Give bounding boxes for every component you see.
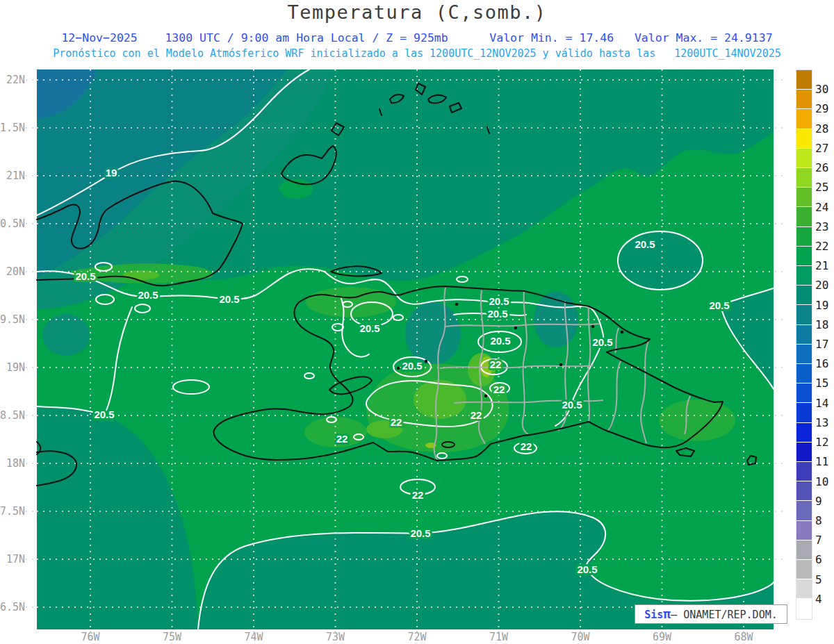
colorbar-tick-24: 24 xyxy=(815,201,834,214)
contour-label-20.5: 20.5 xyxy=(709,299,729,311)
colorbar-tick-10: 10 xyxy=(815,475,834,488)
contour-label-20.5: 20.5 xyxy=(490,335,510,347)
lat-label-18N: 18N xyxy=(0,457,25,470)
colorbar-block xyxy=(796,364,812,383)
contour-label-22: 22 xyxy=(493,383,505,395)
colorbar-block xyxy=(796,227,812,247)
lon-label-76W: 76W xyxy=(75,631,106,643)
colorbar-block xyxy=(796,579,812,599)
weather-map-page: Temperatura (C,somb.) 12−Nov−2025 1300 U… xyxy=(0,0,834,644)
contour-label-20.5: 20.5 xyxy=(219,293,239,305)
temperature-map: 1920.520.520.520.520.520.520.520.520.520… xyxy=(37,69,774,629)
colorbar-tick-14: 14 xyxy=(815,397,834,410)
colorbar-tick-19: 19 xyxy=(815,299,834,312)
colorbar-block xyxy=(796,521,812,540)
contour-label-20.5: 20.5 xyxy=(94,408,114,420)
colorbar-tick-20: 20 xyxy=(815,279,834,292)
contour-label-20.5: 20.5 xyxy=(410,527,430,539)
contour-label-20.5: 20.5 xyxy=(577,563,597,575)
colorbar-block xyxy=(796,481,812,501)
colorbar-tick-25: 25 xyxy=(815,181,834,194)
colorbar-block xyxy=(796,207,812,226)
colorbar-tick-6: 6 xyxy=(815,553,834,566)
fill-22-23-east xyxy=(659,399,735,441)
contour-label-20.5: 20.5 xyxy=(489,295,509,307)
colorbar-block xyxy=(796,345,812,364)
colorbar-block xyxy=(796,560,812,579)
colorbar-tick-26: 26 xyxy=(815,161,834,174)
lon-label-73W: 73W xyxy=(320,631,351,643)
pi-symbol: π xyxy=(663,606,671,621)
lat-label-7.5N: 7.5N xyxy=(0,505,25,518)
contour-label-20.5: 20.5 xyxy=(562,399,582,411)
colorbar-tick-16: 16 xyxy=(815,357,834,370)
colorbar-tick-8: 8 xyxy=(815,514,834,527)
colorbar-block xyxy=(796,305,812,324)
contour-label-19: 19 xyxy=(106,167,117,179)
colorbar-tick-21: 21 xyxy=(815,259,834,272)
colorbar-tick-13: 13 xyxy=(815,416,834,429)
fill-23-24-a xyxy=(414,380,466,419)
contour-label-20.5: 20.5 xyxy=(487,308,507,320)
colorbar-tick-23: 23 xyxy=(815,220,834,233)
colorbar-tick-15: 15 xyxy=(815,377,834,390)
contour-label-22: 22 xyxy=(336,433,348,445)
lon-label-71W: 71W xyxy=(484,631,514,643)
contour-label-22: 22 xyxy=(490,358,502,370)
colorbar-block xyxy=(796,286,812,305)
contour-label-20.5: 20.5 xyxy=(75,270,95,282)
lat-label-20N: 20N xyxy=(0,265,25,278)
page-title: Temperatura (C,somb.) xyxy=(0,1,834,23)
lon-label-68W: 68W xyxy=(728,631,759,643)
contour-label-22: 22 xyxy=(471,409,482,421)
lon-label-75W: 75W xyxy=(157,631,188,643)
lon-label-74W: 74W xyxy=(238,631,269,643)
colorbar-block xyxy=(796,70,812,90)
attribution-text: – ONAMET/REP.DOM. xyxy=(671,609,778,621)
colorbar-tick-27: 27 xyxy=(815,142,834,155)
fill-23-24-cuba xyxy=(123,270,159,280)
colorbar-tick-9: 9 xyxy=(815,495,834,508)
contour-label-20.5: 20.5 xyxy=(402,360,422,372)
model-info-line: Pronóstico con el Modelo Atmósferico WRF… xyxy=(0,47,834,60)
contour-label-20.5: 20.5 xyxy=(359,322,379,334)
colorbar-tick-11: 11 xyxy=(815,455,834,468)
lat-label-21N: 21N xyxy=(0,170,25,182)
fill-teal-patch-central xyxy=(405,302,461,365)
colorbar-block xyxy=(796,109,812,129)
colorbar-tick-29: 29 xyxy=(815,102,834,115)
colorbar-tick-12: 12 xyxy=(815,436,834,449)
colorbar-tick-30: 30 xyxy=(815,83,834,96)
lat-label-19N: 19N xyxy=(0,361,25,374)
colorbar-block xyxy=(796,383,812,403)
colorbar-block xyxy=(796,325,812,345)
colorbar-block xyxy=(796,129,812,149)
colorbar-tick-5: 5 xyxy=(815,573,834,586)
contour-label-20.5: 20.5 xyxy=(635,238,655,250)
colorbar-block xyxy=(796,90,812,109)
lat-label-0.5N: 0.5N xyxy=(0,217,25,230)
temperature-colorbar xyxy=(796,69,812,620)
latitude-axis: 22N1.5N21N0.5N20N9.5N19N8.5N18N7.5N17N6.… xyxy=(0,0,28,644)
colorbar-block xyxy=(796,403,812,422)
lat-label-17N: 17N xyxy=(0,553,25,565)
temperature-fill-regions xyxy=(37,69,774,629)
colorbar-block xyxy=(796,149,812,168)
colorbar-block xyxy=(796,540,812,560)
attribution-box: Sisπ– ONAMET/REP.DOM. xyxy=(635,604,787,624)
sispi-logo-text: Sis xyxy=(644,609,663,621)
colorbar-tick-22: 22 xyxy=(815,240,834,253)
lat-label-1.5N: 1.5N xyxy=(0,122,25,134)
contour-label-22: 22 xyxy=(391,416,402,428)
contour-label-20.5: 20.5 xyxy=(592,336,612,348)
colorbar-block xyxy=(796,188,812,207)
lat-label-22N: 22N xyxy=(0,74,25,86)
lon-label-72W: 72W xyxy=(402,631,432,643)
colorbar-block xyxy=(796,462,812,481)
lon-label-70W: 70W xyxy=(565,631,596,643)
colorbar-block xyxy=(796,266,812,286)
colorbar-tick-4: 4 xyxy=(815,593,834,606)
colorbar-block xyxy=(796,599,812,618)
valid-time-line: 12−Nov−2025 1300 UTC / 9:00 am Hora Loca… xyxy=(0,31,834,44)
lat-label-6.5N: 6.5N xyxy=(0,601,25,613)
